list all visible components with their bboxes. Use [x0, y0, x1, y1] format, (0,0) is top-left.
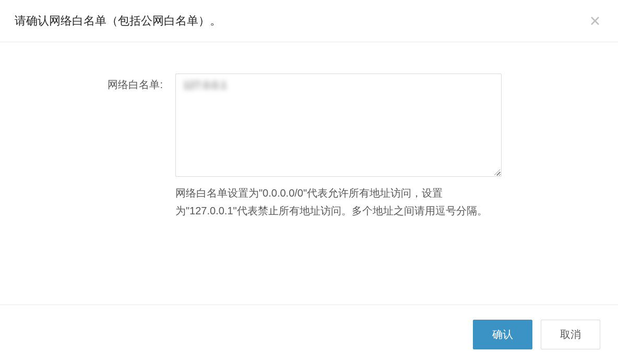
modal-header: 请确认网络白名单（包括公网白名单）。 [0, 0, 618, 42]
modal-body: 网络白名单: 127.0.0.1 网络白名单设置为"0.0.0.0/0"代表允许… [0, 42, 618, 305]
close-button[interactable] [587, 13, 603, 29]
redacted-value: 127.0.0.1 [183, 79, 227, 91]
modal-footer: 确认 取消 [0, 305, 618, 364]
cancel-button[interactable]: 取消 [541, 320, 600, 349]
confirm-whitelist-modal: 请确认网络白名单（包括公网白名单）。 网络白名单: 127.0.0.1 网络白名… [0, 0, 618, 364]
modal-title: 请确认网络白名单（包括公网白名单）。 [15, 13, 221, 29]
form-content: 127.0.0.1 网络白名单设置为"0.0.0.0/0"代表允许所有地址访问，… [175, 74, 502, 220]
form-row: 网络白名单: 127.0.0.1 网络白名单设置为"0.0.0.0/0"代表允许… [58, 74, 560, 220]
resize-handle-icon[interactable] [494, 169, 500, 175]
close-icon [589, 15, 601, 27]
whitelist-label: 网络白名单: [58, 74, 163, 220]
confirm-button[interactable]: 确认 [473, 320, 532, 349]
whitelist-help-text: 网络白名单设置为"0.0.0.0/0"代表允许所有地址访问，设置为"127.0.… [175, 184, 502, 220]
whitelist-textarea[interactable]: 127.0.0.1 [175, 74, 502, 177]
